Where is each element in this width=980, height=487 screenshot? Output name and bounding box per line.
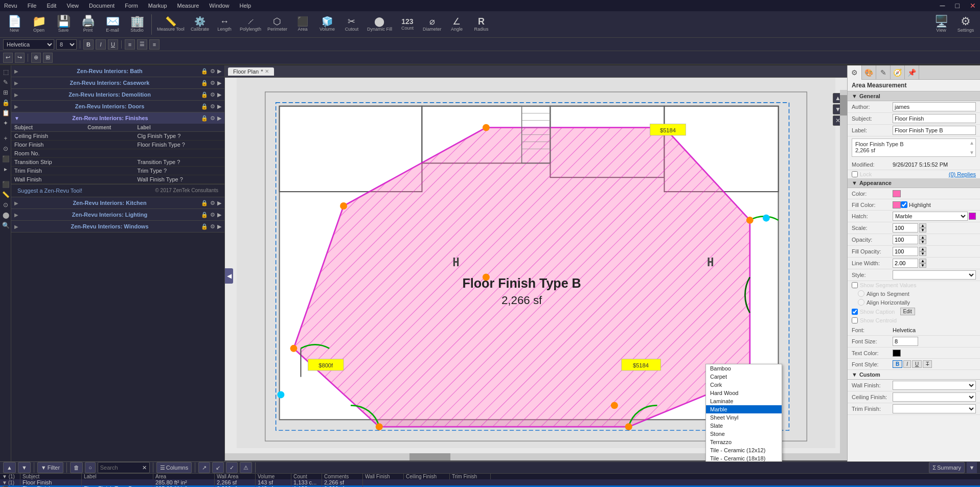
polylength-button[interactable]: ⟋ Polylength (238, 13, 263, 36)
window-maximize[interactable]: □ (953, 1, 962, 11)
settings-button[interactable]: ⚙ Settings (954, 13, 977, 36)
dropdown-item-tile-18x18[interactable]: Tile - Ceramic (18x18) (706, 454, 782, 461)
author-input[interactable] (893, 102, 976, 111)
lock-icon-windows[interactable]: 🔒 (201, 223, 208, 230)
label-input[interactable] (893, 126, 976, 135)
window-minimize[interactable]: ─ (938, 1, 947, 11)
vertical-scrollbar[interactable] (840, 90, 847, 460)
right-tab-color[interactable]: 🎨 (862, 65, 876, 80)
gear-icon-finishes[interactable]: ⚙ (210, 115, 215, 122)
gear-icon-kitchen[interactable]: ⚙ (210, 200, 215, 206)
table-row[interactable]: Trim FinishTrim Type ? (11, 167, 224, 175)
dropdown-item-laminate[interactable]: Laminate (706, 397, 782, 405)
floor-plan-tab[interactable]: Floor Plan * ✕ (228, 67, 274, 76)
lock-checkbox[interactable] (852, 171, 858, 177)
count-button[interactable]: 123 Count (396, 13, 419, 36)
arrow-icon-windows[interactable]: ▶ (217, 223, 221, 230)
sort-down-button[interactable]: ▼ (18, 462, 31, 473)
sidebar-tool-8[interactable]: ⊙ (1, 144, 10, 153)
align-center-button[interactable]: ☰ (137, 39, 147, 50)
col-count-header[interactable]: Count (291, 474, 322, 479)
group-windows-header[interactable]: ▶ Zen-Revu Interiors: Windows 🔒 ⚙ ▶ (11, 221, 224, 232)
undo-button[interactable]: ↩ (3, 53, 13, 63)
dropdown-item-terrazzo[interactable]: Terrazzo (706, 438, 782, 446)
menu-help[interactable]: Help (237, 2, 253, 10)
dynamic-fill-button[interactable]: ⬤ Dynamic Fill (365, 13, 394, 36)
window-close[interactable]: ✕ (968, 1, 978, 11)
arrow-icon[interactable]: ▶ (217, 68, 221, 75)
view-button[interactable]: 🖥️ View (930, 13, 952, 36)
line-width-down-button[interactable]: ▼ (919, 263, 926, 268)
search-clear-button[interactable]: ✕ (139, 462, 149, 473)
warning-button[interactable]: ⚠ (240, 462, 252, 473)
calibrate-button[interactable]: ⚙️ Calibrate (189, 13, 211, 36)
hatch-dropdown-menu[interactable]: Bamboo Carpet Cork Hard Wood Laminate Ma… (705, 364, 782, 461)
arrow-icon-doors[interactable]: ▶ (217, 103, 221, 110)
snap-button[interactable]: ⊕ (31, 53, 41, 63)
bold-button[interactable]: B (83, 39, 94, 50)
font-select[interactable]: Helvetica (3, 39, 54, 50)
menu-form[interactable]: Form (123, 2, 140, 10)
group-lighting-header[interactable]: ▶ Zen-Revu Interiors: Lighting 🔒 ⚙ ▶ (11, 209, 224, 220)
dropdown-item-marble[interactable]: Marble (706, 405, 782, 413)
ceiling-finish-select[interactable] (893, 392, 976, 402)
col-label-header[interactable]: Label (82, 474, 153, 479)
perimeter-button[interactable]: ⬡ Perimeter (265, 13, 289, 36)
right-tab-edit[interactable]: ✎ (876, 65, 891, 80)
right-tab-nav[interactable]: 🧭 (891, 65, 905, 80)
table-row[interactable]: Wall FinishWall Finish Type ? (11, 175, 224, 184)
sidebar-tool-15[interactable]: 🔍 (1, 221, 10, 230)
sidebar-tool-1[interactable]: ⬚ (1, 67, 10, 77)
strikethrough-font-button[interactable]: T (923, 360, 932, 368)
group-kitchen-header[interactable]: ▶ Zen-Revu Interiors: Kitchen 🔒 ⚙ ▶ (11, 197, 224, 208)
replies-link[interactable]: (0) Replies (949, 171, 976, 177)
new-button[interactable]: 📄 New (3, 13, 26, 36)
group-bath-header[interactable]: ▶ Zen-Revu Interiors: Bath 🔒 ⚙ ▶ (11, 65, 224, 77)
col-volume-header[interactable]: Volume (256, 474, 291, 479)
fill-color-swatch[interactable] (893, 201, 901, 208)
lock-icon-finishes[interactable]: 🔒 (201, 115, 208, 122)
edit-caption-button[interactable]: Edit (900, 308, 915, 315)
lock-icon-doors[interactable]: 🔒 (201, 103, 208, 110)
col-subject-header[interactable]: Subject (20, 474, 82, 479)
sidebar-tool-14[interactable]: ⬤ (1, 211, 10, 220)
filter-button[interactable]: ▼ Filter (37, 462, 63, 473)
sidebar-tool-2[interactable]: ✎ (1, 78, 10, 87)
gear-icon-windows[interactable]: ⚙ (210, 223, 215, 230)
sort-up-button[interactable]: ▲ (3, 462, 16, 473)
sidebar-tool-10[interactable]: ▸ (1, 165, 10, 174)
lock-icon-demolition[interactable]: 🔒 (201, 91, 208, 98)
group-casework-header[interactable]: ▶ Zen-Revu Interiors: Casework 🔒 ⚙ ▶ (11, 77, 224, 88)
table-row[interactable]: Floor FinishFloor Finish Type ? (11, 141, 224, 149)
search-input[interactable] (98, 462, 139, 473)
summary-button[interactable]: Σ Summary (929, 462, 965, 473)
col-wall-finish-header[interactable]: Wall Finish (363, 474, 404, 479)
color-swatch[interactable] (893, 190, 901, 197)
col-trim-finish-header[interactable]: Trim Finish (450, 474, 491, 479)
export-button[interactable]: ↗ (198, 462, 210, 473)
cutout-button[interactable]: ✂ Cutout (340, 13, 363, 36)
trim-finish-select[interactable] (893, 404, 976, 413)
radius-button[interactable]: R Radius (470, 13, 492, 36)
arrow-icon-kitchen[interactable]: ▶ (217, 200, 221, 206)
table-row[interactable]: Ceiling FinishClg Finish Type ? (11, 132, 224, 141)
align-segment-radio[interactable] (858, 290, 864, 297)
sidebar-tool-9[interactable]: ⬛ (1, 154, 10, 164)
delete-button[interactable]: 🗑 (70, 462, 83, 473)
grid-button[interactable]: ⊞ (43, 53, 53, 63)
sidebar-tool-12[interactable]: 📏 (1, 190, 10, 199)
group-doors-header[interactable]: ▶ Zen-Revu Interiors: Doors 🔒 ⚙ ▶ (11, 101, 224, 112)
custom-section-header[interactable]: ▼ Custom (848, 370, 980, 380)
dropdown-item-stone[interactable]: Stone (706, 430, 782, 438)
line-width-input[interactable] (893, 259, 918, 268)
style-select[interactable] (893, 270, 976, 280)
diameter-button[interactable]: ⌀ Diameter (421, 13, 444, 36)
menu-view[interactable]: View (64, 2, 81, 10)
caption-scroll-up[interactable]: ▲ (969, 140, 974, 146)
appearance-section-header[interactable]: ▼ Appearance (848, 178, 980, 188)
redo-button[interactable]: ↪ (15, 53, 25, 63)
group-demolition-header[interactable]: ▶ Zen-Revu Interiors: Demolition 🔒 ⚙ ▶ (11, 89, 224, 100)
sidebar-tool-5[interactable]: 📋 (1, 108, 10, 118)
table-row[interactable]: Transition StripTransition Type ? (11, 158, 224, 167)
general-section-header[interactable]: ▼ General (848, 91, 980, 101)
